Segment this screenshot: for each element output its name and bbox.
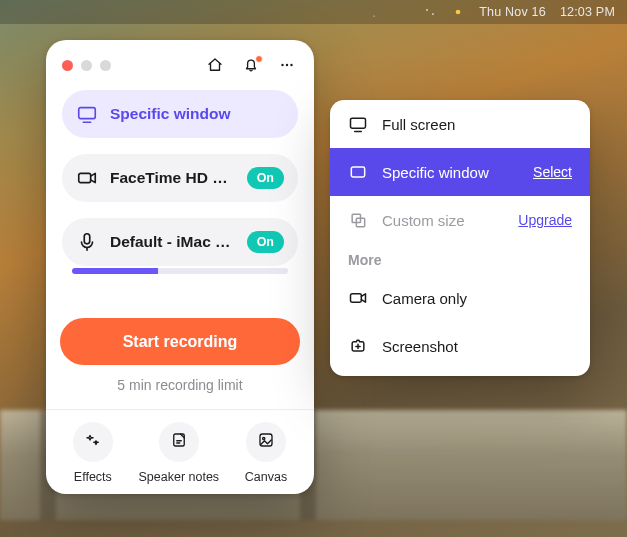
start-recording-label: Start recording bbox=[123, 333, 238, 351]
svg-point-2 bbox=[374, 16, 375, 17]
menu-label-custom: Custom size bbox=[382, 212, 504, 229]
zoom-dot[interactable] bbox=[100, 60, 111, 71]
recording-source-label: Specific window bbox=[110, 105, 284, 123]
menubar-search-icon[interactable] bbox=[395, 5, 409, 19]
camera-label: FaceTime HD Ca... bbox=[110, 169, 235, 187]
home-icon[interactable] bbox=[204, 54, 226, 76]
microphone-selector[interactable]: Default - iMac Mi... On bbox=[62, 218, 298, 266]
menubar-date[interactable]: Thu Nov 16 bbox=[479, 5, 546, 19]
crop-icon bbox=[348, 210, 368, 230]
menu-item-fullscreen[interactable]: Full screen bbox=[330, 100, 590, 148]
select-link[interactable]: Select bbox=[533, 164, 572, 180]
speaker-notes-label: Speaker notes bbox=[138, 470, 219, 484]
menubar-wifi-icon bbox=[367, 5, 381, 19]
svg-point-10 bbox=[286, 64, 288, 66]
display-icon bbox=[348, 114, 368, 134]
recording-source-selector[interactable]: Specific window bbox=[62, 90, 298, 138]
mic-status-chip: On bbox=[247, 231, 284, 253]
camera-only-icon bbox=[348, 288, 368, 308]
svg-rect-14 bbox=[84, 234, 90, 244]
menubar-swirl-icon bbox=[283, 5, 297, 19]
menubar-indicator-icon bbox=[451, 5, 465, 19]
menubar-flag-icon bbox=[255, 5, 269, 19]
svg-point-6 bbox=[426, 9, 428, 11]
macos-menubar: Thu Nov 16 12:03 PM bbox=[0, 0, 627, 24]
svg-rect-18 bbox=[351, 118, 366, 128]
svg-point-9 bbox=[281, 64, 283, 66]
svg-rect-13 bbox=[79, 173, 91, 182]
menu-item-custom-size[interactable]: Custom size Upgrade bbox=[330, 196, 590, 244]
notes-icon bbox=[170, 431, 188, 453]
start-recording-button[interactable]: Start recording bbox=[60, 318, 300, 365]
menubar-control-center-icon[interactable] bbox=[423, 5, 437, 19]
menubar-paperplane-icon bbox=[227, 5, 241, 19]
more-icon[interactable] bbox=[276, 54, 298, 76]
effects-label: Effects bbox=[74, 470, 112, 484]
menu-item-screenshot[interactable]: Screenshot bbox=[330, 322, 590, 370]
menu-label-screenshot: Screenshot bbox=[382, 338, 572, 355]
menu-label-camera-only: Camera only bbox=[382, 290, 572, 307]
window-icon bbox=[348, 162, 368, 182]
monitor-icon bbox=[76, 103, 98, 125]
svg-rect-22 bbox=[351, 294, 362, 302]
window-traffic-lights[interactable] bbox=[62, 60, 111, 71]
svg-rect-19 bbox=[351, 167, 364, 177]
menu-item-specific-window[interactable]: Specific window Select bbox=[330, 148, 590, 196]
svg-point-1 bbox=[286, 7, 295, 16]
source-popover: Full screen Specific window Select Custo… bbox=[330, 100, 590, 376]
svg-point-17 bbox=[263, 437, 265, 439]
speaker-notes-button[interactable]: Speaker notes bbox=[138, 422, 219, 484]
svg-point-7 bbox=[432, 13, 434, 15]
svg-point-11 bbox=[290, 64, 292, 66]
menubar-bluetooth-icon bbox=[339, 5, 353, 19]
canvas-label: Canvas bbox=[245, 470, 287, 484]
svg-rect-12 bbox=[79, 108, 96, 119]
effects-button[interactable]: Effects bbox=[73, 422, 113, 484]
upgrade-link[interactable]: Upgrade bbox=[518, 212, 572, 228]
menubar-sync-icon bbox=[311, 5, 325, 19]
menu-item-camera-only[interactable]: Camera only bbox=[330, 274, 590, 322]
menubar-sunburst-icon bbox=[199, 5, 213, 19]
svg-point-8 bbox=[456, 10, 461, 15]
svg-point-0 bbox=[205, 10, 209, 14]
recording-limit-text: 5 min recording limit bbox=[60, 377, 300, 393]
canvas-icon bbox=[257, 431, 275, 453]
menu-label-specific: Specific window bbox=[382, 164, 519, 181]
recorder-window: Specific window FaceTime HD Ca... On Def… bbox=[46, 40, 314, 494]
camera-selector[interactable]: FaceTime HD Ca... On bbox=[62, 154, 298, 202]
notifications-icon[interactable] bbox=[240, 54, 262, 76]
minimize-dot[interactable] bbox=[81, 60, 92, 71]
menu-label-fullscreen: Full screen bbox=[382, 116, 572, 133]
camera-status-chip: On bbox=[247, 167, 284, 189]
canvas-button[interactable]: Canvas bbox=[245, 422, 287, 484]
camera-icon bbox=[76, 167, 98, 189]
svg-point-3 bbox=[398, 8, 405, 15]
menu-section-more: More bbox=[330, 244, 590, 274]
microphone-label: Default - iMac Mi... bbox=[110, 233, 235, 251]
screenshot-icon bbox=[348, 336, 368, 356]
sparkles-icon bbox=[84, 431, 102, 453]
mic-icon bbox=[76, 231, 98, 253]
menubar-time[interactable]: 12:03 PM bbox=[560, 5, 615, 19]
close-dot[interactable] bbox=[62, 60, 73, 71]
